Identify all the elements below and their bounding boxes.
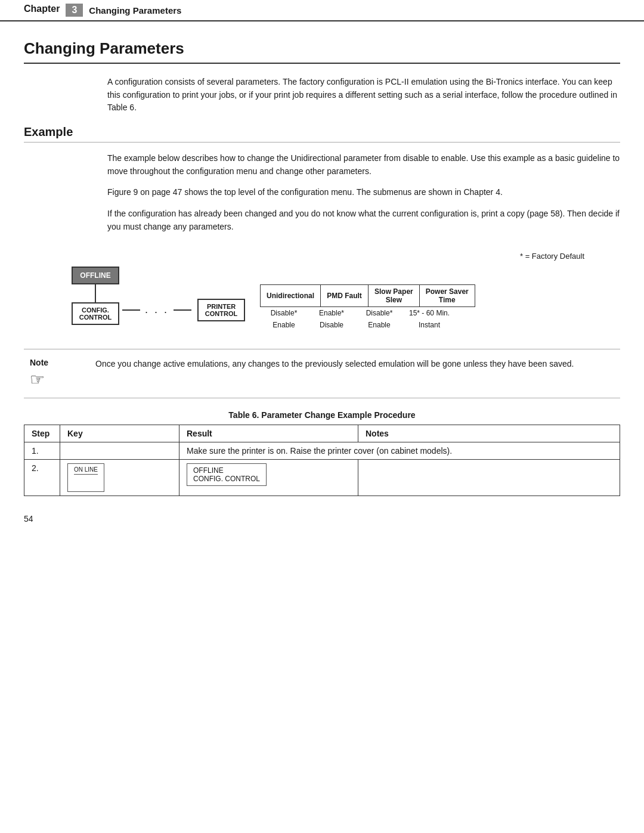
submenu-table: Unidirectional PMD Fault Slow PaperSlew …: [260, 284, 475, 307]
opt-disable-star2: Disable*: [355, 307, 403, 319]
opt-15min: 15* - 60 Min.: [403, 307, 456, 319]
note-section: Note ☞ Once you change active emulations…: [24, 349, 620, 398]
submenu-cell-slowpaper: Slow PaperSlew: [369, 284, 420, 306]
page-number: 54: [24, 514, 620, 524]
example-heading: Example: [24, 125, 620, 143]
submenu-cell-unidirectional: Unidirectional: [261, 284, 321, 306]
config-control-box: CONFIG.CONTROL: [72, 302, 119, 325]
submenu-options-table: Disable* Enable* Disable* 15* - 60 Min. …: [260, 307, 456, 331]
hand-icon: ☞: [30, 370, 45, 389]
submenu-cell-pmd: PMD Fault: [321, 284, 369, 306]
vertical-line-top: [95, 284, 96, 302]
key-1: [60, 442, 179, 459]
diagram-container: OFFLINE CONFIG.CONTROL . . . PRINTERCONT…: [72, 267, 596, 331]
opt-enable2: Enable: [355, 319, 403, 331]
note-text: Once you change active emulations, any c…: [95, 358, 586, 371]
th-result: Result: [179, 425, 358, 442]
th-key: Key: [60, 425, 179, 442]
opt-enable-star: Enable*: [308, 307, 355, 319]
submenu-cell-powersaver: Power SaverTime: [419, 284, 475, 306]
diagram-right: Unidirectional PMD Fault Slow PaperSlew …: [260, 284, 475, 331]
submenu-header-row: Unidirectional PMD Fault Slow PaperSlew …: [261, 284, 475, 306]
chapter-label: Chapter: [24, 4, 60, 17]
opt-disable-star: Disable*: [260, 307, 308, 319]
intro-paragraph: A configuration consists of several para…: [107, 76, 620, 114]
table-header-row: Step Key Result Notes: [24, 425, 620, 442]
submenu-option-row1: Disable* Enable* Disable* 15* - 60 Min.: [260, 307, 456, 319]
th-notes: Notes: [358, 425, 620, 442]
diagram-middle: . . . PRINTERCONTROL: [122, 299, 245, 321]
diagram-left: OFFLINE CONFIG.CONTROL: [72, 267, 119, 325]
note-label-area: Note ☞: [24, 358, 83, 389]
key-button-online: ON LINE: [67, 463, 104, 492]
th-step: Step: [24, 425, 60, 442]
offline-box: OFFLINE: [72, 267, 119, 284]
factory-default-note: * = Factory Default: [72, 252, 584, 261]
result-2: OFFLINECONFIG. CONTROL: [179, 459, 358, 496]
table-title: Table 6. Parameter Change Example Proced…: [24, 410, 620, 420]
submenu-option-row2: Enable Disable Enable Instant: [260, 319, 456, 331]
key-2: ON LINE: [60, 459, 179, 496]
param-table: Step Key Result Notes 1. Make sure the p…: [24, 425, 620, 496]
notes-2: [358, 459, 620, 496]
dots-ellipsis: . . .: [145, 304, 169, 316]
example-para3: If the configuration has already been ch…: [107, 208, 620, 233]
chapter-number: 3: [66, 4, 83, 17]
example-para2: Figure 9 on page 47 shows the top level …: [107, 186, 620, 199]
note-label: Note: [30, 358, 48, 367]
step-1: 1.: [24, 442, 60, 459]
horiz-line-left: [122, 309, 140, 311]
key-label-online: ON LINE: [74, 466, 98, 475]
table-row: 1. Make sure the printer is on. Raise th…: [24, 442, 620, 459]
main-title: Changing Parameters: [24, 39, 620, 64]
opt-instant: Instant: [403, 319, 456, 331]
opt-enable: Enable: [260, 319, 308, 331]
key-body-online: [74, 477, 98, 489]
page-header: Chapter 3 Changing Parameters: [0, 0, 644, 21]
opt-disable: Disable: [308, 319, 355, 331]
result-box-2: OFFLINECONFIG. CONTROL: [187, 463, 267, 486]
example-para1: The example below describes how to chang…: [107, 152, 620, 178]
printer-control-box: PRINTERCONTROL: [197, 299, 245, 321]
step-2: 2.: [24, 459, 60, 496]
diagram-area: * = Factory Default OFFLINE CONFIG.CONTR…: [72, 252, 596, 331]
chapter-title: Changing Parameters: [89, 4, 181, 17]
horiz-line-right: [174, 309, 191, 311]
table-row: 2. ON LINE OFFLINECONFIG. CONTROL: [24, 459, 620, 496]
result-1: Make sure the printer is on. Raise the p…: [179, 442, 620, 459]
page-content: Changing Parameters A configuration cons…: [0, 21, 644, 541]
